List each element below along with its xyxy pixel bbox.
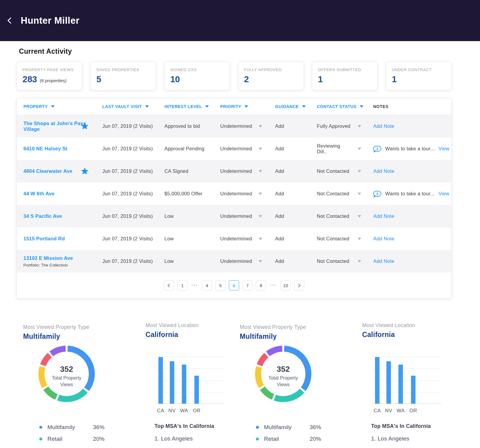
add-note-link[interactable]: Add Note <box>373 168 394 174</box>
stat-value: 5 <box>96 74 101 84</box>
property-link[interactable]: 6410 NE Halsey St <box>23 146 68 151</box>
sort-arrow-icon <box>205 105 209 108</box>
contact-status-dropdown[interactable]: Fully Approved <box>317 123 373 129</box>
x-tick-label: CA <box>157 408 164 413</box>
column-header-last-vault-visit[interactable]: LAST VAULT VISIT <box>102 104 164 109</box>
stat-value-row: 1 <box>392 74 451 84</box>
guidance-add-button[interactable]: Add <box>275 258 317 264</box>
pagination-page-8[interactable]: 8 <box>256 280 266 290</box>
priority-dropdown[interactable]: Undetermined <box>220 146 275 152</box>
view-note-link[interactable]: View <box>438 146 449 152</box>
note-count-bubble-icon[interactable]: 3 <box>373 146 381 152</box>
priority-dropdown[interactable]: Undetermined <box>220 213 275 219</box>
chevron-down-icon <box>358 238 361 240</box>
contact-status-dropdown[interactable]: Not Contacted <box>317 258 373 264</box>
guidance-add-button[interactable]: Add <box>275 123 317 129</box>
priority-value: Undetermined <box>220 123 252 129</box>
column-header-contact-status[interactable]: CONTACT STATUS <box>317 104 373 109</box>
chevron-down-icon <box>358 260 361 263</box>
contact-status-value: Not Contacted <box>317 236 349 242</box>
note-count-bubble-icon[interactable]: 3 <box>373 191 381 197</box>
column-header-label: GUIDANCE <box>275 104 299 109</box>
guidance-add-button[interactable]: Add <box>275 168 317 174</box>
add-note-link[interactable]: Add Note <box>373 236 394 241</box>
donut-segment-Office <box>262 388 273 397</box>
column-header-priority[interactable]: PRIORITY <box>220 104 275 109</box>
stat-label: FULLY APPROVED <box>244 68 304 72</box>
property-link[interactable]: 34 S Pacific Ave <box>23 213 62 219</box>
table-row: The Shops at John's Pass VillageJun 07, … <box>17 115 451 137</box>
pagination-page-5[interactable]: 5 <box>215 280 226 290</box>
stat-suffix: (6 properties) <box>40 78 66 83</box>
pagination-page-6[interactable]: 6 <box>229 280 239 290</box>
table-row: 4804 Clearwater AveJun 07, 2019 (2 Visit… <box>17 160 451 182</box>
back-icon[interactable] <box>8 17 14 24</box>
priority-dropdown[interactable]: Undetermined <box>220 123 275 129</box>
property-link[interactable]: 1515 Portland Rd <box>23 236 65 241</box>
donut-segment-Retail <box>275 391 302 399</box>
bar-chart-block-1: Most Viewed LocationCaliforniaCANVWAORTo… <box>146 322 224 448</box>
pagination-prev-button[interactable] <box>164 280 174 290</box>
chevron-down-icon <box>259 238 262 240</box>
guidance-add-button[interactable]: Add <box>275 213 317 219</box>
stat-label: OFFERS SUBMITTED <box>318 68 377 72</box>
stat-value-row: 1 <box>318 74 377 84</box>
column-header-label: PRIORITY <box>220 104 241 109</box>
column-header-label: PROPERTY <box>23 104 48 109</box>
contact-status-dropdown[interactable]: Reviewing Dill.. <box>317 143 373 155</box>
priority-dropdown[interactable]: Undetermined <box>220 191 275 197</box>
priority-dropdown[interactable]: Undetermined <box>220 236 275 242</box>
chevron-down-icon <box>259 170 262 173</box>
property-link[interactable]: 13102 E Mission Ave <box>23 255 73 261</box>
donut-center-label-1: Total Property <box>268 375 298 380</box>
top-bar: Hunter Miller <box>0 0 480 41</box>
add-note-link[interactable]: Add Note <box>373 213 394 219</box>
chart-highlight-value: California <box>146 331 224 339</box>
add-note-link[interactable]: Add Note <box>373 258 394 264</box>
guidance-add-button[interactable]: Add <box>275 146 317 152</box>
star-icon[interactable] <box>81 167 89 175</box>
x-tick-label: WA <box>180 408 188 413</box>
donut-segment-4 <box>260 355 266 365</box>
pagination-page-1[interactable]: 1 <box>177 280 188 290</box>
column-header-property[interactable]: PROPERTY <box>17 104 102 109</box>
legend-label: Multifamily <box>47 424 93 431</box>
star-icon[interactable] <box>81 122 89 130</box>
pagination: 1•••45678•••10 <box>17 272 451 298</box>
legend-value: 20% <box>310 436 321 442</box>
donut-segment-4 <box>43 355 50 365</box>
chart-title: Most Viewed Location <box>362 322 441 329</box>
column-header-interest-level[interactable]: INTEREST LEVEL <box>164 104 220 109</box>
property-link[interactable]: 4804 Clearwater Ave <box>23 168 72 174</box>
property-cell: The Shops at John's Pass Village <box>17 117 102 136</box>
view-note-link[interactable]: View <box>438 191 449 197</box>
stat-value: 10 <box>170 74 180 84</box>
add-note-link[interactable]: Add Note <box>373 123 394 129</box>
contact-status-dropdown[interactable]: Not Contacted <box>317 236 373 242</box>
donut-legend: Multifamily36%Retail20%Office10% <box>256 423 321 448</box>
priority-dropdown[interactable]: Undetermined <box>220 168 275 174</box>
property-link[interactable]: 44 W 6th Ave <box>23 191 55 196</box>
contact-status-dropdown[interactable]: Not Contacted <box>317 191 373 197</box>
stat-value: 1 <box>392 74 397 84</box>
guidance-add-button[interactable]: Add <box>275 236 317 242</box>
property-link[interactable]: The Shops at John's Pass Village <box>23 121 86 132</box>
priority-value: Undetermined <box>220 236 252 242</box>
legend-item: Multifamily36% <box>256 423 321 431</box>
pagination-page-4[interactable]: 4 <box>202 280 212 290</box>
guidance-add-button[interactable]: Add <box>275 191 317 197</box>
priority-dropdown[interactable]: Undetermined <box>220 258 275 264</box>
property-cell: 6410 NE Halsey St <box>17 142 102 155</box>
contact-status-dropdown[interactable]: Not Contacted <box>317 213 373 219</box>
table-header-row: PROPERTYLAST VAULT VISITINTEREST LEVELPR… <box>17 98 451 115</box>
pagination-next-button[interactable] <box>294 280 304 290</box>
bar-WA <box>398 365 403 404</box>
msa-list-item-1: 1. Los Angeles <box>371 435 441 442</box>
column-header-guidance[interactable]: GUIDANCE <box>275 104 317 109</box>
gridline <box>156 368 224 369</box>
pagination-page-10[interactable]: 10 <box>280 280 291 290</box>
last-vault-visit-cell: Jun 07, 2019 (2 Visits) <box>102 213 164 219</box>
contact-status-dropdown[interactable]: Not Contacted <box>317 168 373 174</box>
legend-dot <box>39 437 42 440</box>
pagination-page-7[interactable]: 7 <box>242 280 253 290</box>
